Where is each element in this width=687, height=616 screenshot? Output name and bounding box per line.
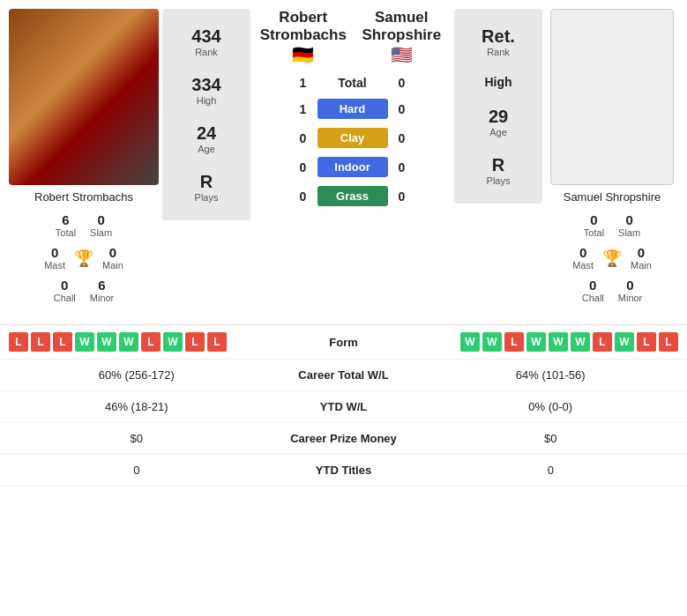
left-player-header-name: Robert Strombachs xyxy=(254,9,353,44)
left-total: 6 Total xyxy=(56,212,76,238)
hard-row: 1 Hard 0 xyxy=(295,99,411,119)
ytd-titles-row: 0 YTD Titles 0 xyxy=(0,455,687,486)
form-badge-w: W xyxy=(119,332,138,352)
right-stat-box: Ret. Rank High 29 Age R Plays xyxy=(454,9,542,204)
right-total: 0 Total xyxy=(584,212,604,238)
form-badge-l: L xyxy=(31,332,50,352)
left-age-block: 24 Age xyxy=(197,123,216,154)
prize-money-row: $0 Career Prize Money $0 xyxy=(0,423,687,455)
form-badge-l: L xyxy=(53,332,72,352)
right-slam: 0 Slam xyxy=(618,212,640,238)
left-form-badges: LLLWWWLWLL xyxy=(9,332,227,352)
right-main: 0 Main xyxy=(631,245,652,271)
left-plays-block: R Plays xyxy=(195,172,219,203)
right-mast: 0 Mast xyxy=(572,245,594,271)
form-badge-w: W xyxy=(571,332,590,352)
form-badge-l: L xyxy=(593,332,612,352)
left-slam: 0 Slam xyxy=(90,212,112,238)
right-player-header-name: Samuel Shropshire xyxy=(353,9,452,44)
form-badge-w: W xyxy=(615,332,634,352)
left-player-photo xyxy=(9,9,159,185)
left-player-name: Robert Strombachs xyxy=(34,190,133,204)
form-badge-l: L xyxy=(9,332,28,352)
form-row: LLLWWWLWLL Form WWLWWWLWLL xyxy=(0,325,687,360)
left-chall: 0 Chall xyxy=(54,278,76,303)
right-player-col: Samuel Shropshire 0 Total 0 Slam 0 Mast … xyxy=(546,9,678,307)
left-main: 0 Main xyxy=(102,245,123,271)
right-player-photo xyxy=(550,9,674,185)
career-wl-row: 60% (256-172) Career Total W/L 64% (101-… xyxy=(0,360,687,391)
form-badge-l: L xyxy=(504,332,524,352)
form-badge-w: W xyxy=(97,332,116,352)
right-player-flag: 🇺🇸 xyxy=(353,44,452,65)
right-rank-block: Ret. Rank xyxy=(482,26,515,57)
indoor-row: 0 Indoor 0 xyxy=(295,157,411,177)
total-row: 1 Total 0 xyxy=(295,76,411,90)
right-age-block: 29 Age xyxy=(489,107,508,137)
form-badge-l: L xyxy=(637,332,656,352)
grass-row: 0 Grass 0 xyxy=(295,186,411,206)
form-badge-w: W xyxy=(460,332,480,352)
right-form-badges: WWLWWWLWLL xyxy=(460,332,678,352)
right-player-name: Samuel Shropshire xyxy=(564,190,661,204)
form-badge-l: L xyxy=(207,332,227,352)
form-badge-w: W xyxy=(482,332,502,352)
left-trophy-icon: 🏆 xyxy=(74,249,93,268)
left-player-col: Robert Strombachs 6 Total 0 Slam 0 Mast … xyxy=(9,9,159,307)
top-section: Robert Strombachs 6 Total 0 Slam 0 Mast … xyxy=(0,0,687,315)
form-badge-w: W xyxy=(526,332,546,352)
form-badge-l: L xyxy=(185,332,205,352)
left-minor: 6 Minor xyxy=(90,278,115,303)
clay-row: 0 Clay 0 xyxy=(295,128,411,148)
right-minor: 0 Minor xyxy=(618,278,643,303)
right-trophy-icon: 🏆 xyxy=(602,249,622,268)
left-rank-block: 434 Rank xyxy=(191,26,220,57)
form-badge-w: W xyxy=(549,332,568,352)
middle-col: Robert Strombachs 🇩🇪 Samuel Shropshire 🇺… xyxy=(254,9,451,210)
right-plays-block: R Plays xyxy=(487,155,511,186)
form-badge-l: L xyxy=(659,332,678,352)
left-high-block: 334 High xyxy=(191,75,220,106)
right-chall: 0 Chall xyxy=(582,278,604,303)
right-high-block: High xyxy=(484,75,512,89)
ytd-wl-row: 46% (18-21) YTD W/L 0% (0-0) xyxy=(0,391,687,423)
form-badge-l: L xyxy=(141,332,161,352)
form-badge-w: W xyxy=(163,332,183,352)
form-badge-w: W xyxy=(75,332,94,352)
left-player-flag: 🇩🇪 xyxy=(254,44,353,65)
left-mast: 0 Mast xyxy=(44,245,65,271)
left-stat-box: 434 Rank 334 High 24 Age R Plays xyxy=(162,9,250,220)
bottom-section: LLLWWWLWLL Form WWLWWWLWLL 60% (256-172)… xyxy=(0,324,687,486)
